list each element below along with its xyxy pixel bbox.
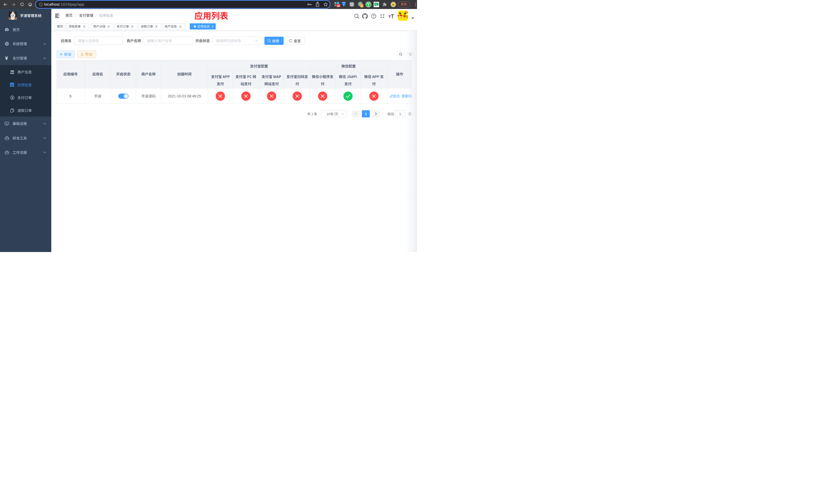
svg-text:10: 10 <box>337 4 340 7</box>
svg-text:1: 1 <box>361 5 363 7</box>
